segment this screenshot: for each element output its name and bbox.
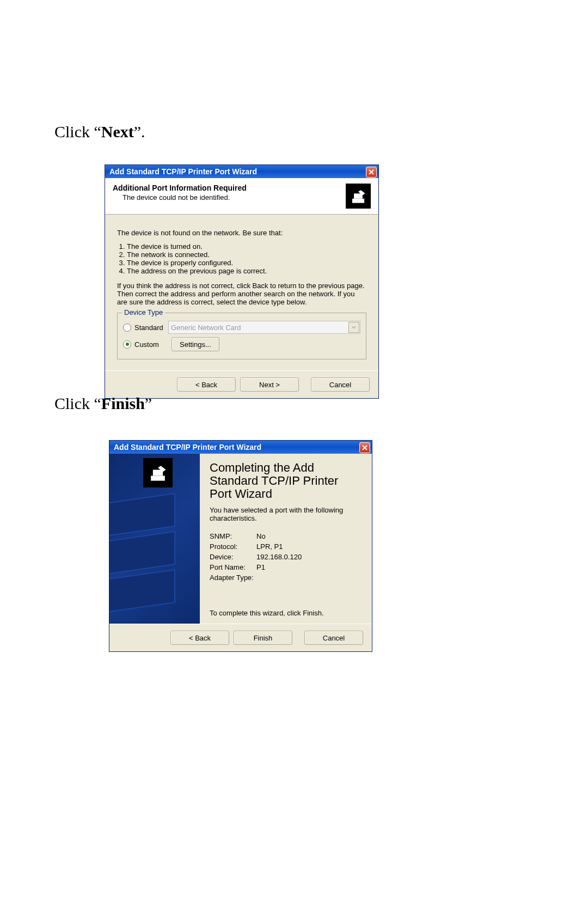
close-button[interactable] [366,167,377,178]
text-bold: Next [101,123,134,141]
dialog-main: Completing the Add Standard TCP/IP Print… [109,454,372,624]
settings-button[interactable]: Settings... [171,337,219,351]
radio-standard-label: Standard [134,324,166,332]
radio-custom[interactable] [123,340,131,349]
dialog-port-info: Add Standard TCP/IP Printer Port Wizard … [105,164,379,399]
header-subtitle: The device could not be identified. [113,193,247,202]
svg-rect-0 [109,493,175,537]
cancel-button[interactable]: Cancel [311,377,370,392]
device-type-group: Device Type Standard Generic Network Car… [117,313,366,359]
svg-rect-1 [109,532,175,575]
kv-key: Port Name: [210,563,256,571]
text: ” [145,394,152,412]
body-paragraph: If you think the address is not correct,… [117,282,366,306]
group-legend: Device Type [122,308,165,316]
text-bold: Finish [101,394,145,412]
kv-val: No [256,532,266,540]
list-item: The device is properly configured. [127,259,366,267]
text: Click “ [54,123,101,141]
window-title: Add Standard TCP/IP Printer Port Wizard [105,167,257,176]
device-type-combo[interactable]: Generic Network Card [168,321,360,334]
combo-value: Generic Network Card [171,324,241,332]
dialog-footer: < Back Finish Cancel [109,624,372,651]
close-icon [362,443,367,452]
back-button[interactable]: < Back [177,377,236,392]
wizard-content: Completing the Add Standard TCP/IP Print… [200,454,372,624]
list-item: The address on the previous page is corr… [127,267,366,275]
dialog-complete: Add Standard TCP/IP Printer Port Wizard [109,440,372,652]
printer-icon [143,458,173,487]
header-title: Additional Port Information Required [113,184,247,192]
kv-key: SNMP: [210,532,256,540]
back-button[interactable]: < Back [170,631,229,645]
wizard-side-banner [109,454,200,624]
list-item: The device is turned on. [127,242,366,251]
radio-standard[interactable] [123,324,131,332]
printer-icon [346,184,371,209]
kv-row: Protocol:LPR, P1 [210,542,362,551]
body-lead: The device is not found on the network. … [117,229,366,237]
wizard-subtext: You have selected a port with the follow… [210,506,362,522]
kv-key: Device: [210,553,256,561]
finish-button[interactable]: Finish [234,631,292,645]
kv-val: P1 [256,563,265,571]
kv-row: Device:192.168.0.120 [210,553,362,561]
close-icon [369,168,374,176]
instruction-next: Click “Next”. [54,123,145,141]
instruction-finish: Click “Finish” [54,394,152,413]
text: ”. [134,123,145,141]
kv-row: Adapter Type: [210,574,362,582]
dialog-header: Additional Port Information Required The… [105,178,378,215]
kv-row: SNMP:No [210,532,362,540]
kv-key: Adapter Type: [210,574,256,582]
svg-rect-2 [109,570,175,613]
radio-custom-label: Custom [134,340,166,349]
kv-val: LPR, P1 [256,542,283,551]
titlebar[interactable]: Add Standard TCP/IP Printer Port Wizard [109,441,372,454]
close-button[interactable] [359,442,370,453]
check-list: The device is turned on. The network is … [127,242,366,275]
window-title: Add Standard TCP/IP Printer Port Wizard [109,443,261,452]
dialog-body: The device is not found on the network. … [105,215,378,370]
wizard-complete-text: To complete this wizard, click Finish. [210,609,362,617]
chevron-down-icon [348,322,359,333]
kv-val: 192.168.0.120 [256,553,302,561]
titlebar[interactable]: Add Standard TCP/IP Printer Port Wizard [105,165,378,178]
next-button[interactable]: Next > [240,377,299,392]
text: Click “ [54,394,101,412]
cancel-button[interactable]: Cancel [304,631,363,645]
list-item: The network is connected. [127,251,366,259]
document-page: Click “Next”. Add Standard TCP/IP Printe… [0,0,588,909]
kv-key: Protocol: [210,542,256,551]
wizard-heading: Completing the Add Standard TCP/IP Print… [210,461,362,501]
kv-row: Port Name:P1 [210,563,362,571]
